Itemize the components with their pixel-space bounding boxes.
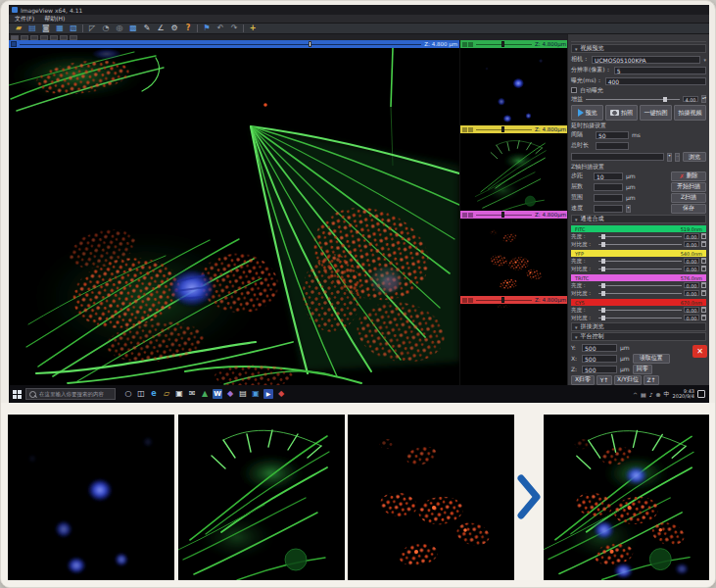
trash-icon[interactable] <box>701 315 706 320</box>
edge-icon[interactable]: e <box>149 389 159 399</box>
slider-handle[interactable] <box>501 126 504 132</box>
document-tab[interactable] <box>40 35 48 40</box>
save-icon[interactable]: ▤ <box>27 24 37 33</box>
slider-left-button[interactable] <box>462 127 467 132</box>
read-position-button[interactable]: 读取位置 <box>633 354 670 364</box>
gain-handle[interactable] <box>663 97 667 102</box>
channel-z-slider[interactable]: Z: 4.800μm <box>460 296 568 304</box>
channel-color-bar-yfp[interactable]: YFP 540.0nm <box>571 250 706 257</box>
exposure-field[interactable]: 400 <box>605 77 706 85</box>
tritc-thumbnail[interactable] <box>460 219 568 296</box>
y-up-button[interactable]: Y↑ <box>597 375 612 385</box>
document-tab[interactable] <box>11 35 19 40</box>
contrast-slider[interactable] <box>598 269 682 270</box>
slider-track[interactable] <box>476 215 532 216</box>
volume-icon[interactable]: ♪ <box>649 391 653 398</box>
gain-spinner[interactable]: ▴▾ <box>701 95 706 103</box>
preview-button[interactable]: 预览 <box>571 105 603 121</box>
auto-exposure-checkbox[interactable] <box>571 87 577 93</box>
dapi-thumbnail[interactable] <box>460 48 568 125</box>
slider-handle[interactable] <box>601 267 605 271</box>
brightness-slider[interactable] <box>598 236 682 237</box>
contrast-slider[interactable] <box>598 244 682 245</box>
brightness-value[interactable]: 0.00 <box>684 282 699 288</box>
batch-capture-button[interactable]: 一键拍图 <box>640 105 672 121</box>
drive-icon[interactable]: ▲ <box>200 389 210 399</box>
image-icon[interactable]: ▦ <box>55 24 65 33</box>
slider-handle[interactable] <box>309 41 311 47</box>
channel-color-bar-fitc[interactable]: FITC 519.0nm <box>571 225 706 232</box>
help-icon[interactable]: ? <box>183 24 193 33</box>
resolution-field[interactable]: 5 <box>614 67 706 74</box>
slider-handle[interactable] <box>601 242 605 247</box>
channel-color-bar-tritc[interactable]: TRITC 576.0nm <box>571 274 706 281</box>
x-zero-button[interactable]: X归零 <box>571 375 595 385</box>
save-path-field[interactable] <box>571 153 664 161</box>
brightness-slider[interactable] <box>598 261 682 262</box>
ime-indicator[interactable]: 中 <box>664 390 670 399</box>
z-position-field[interactable]: 500 <box>582 366 617 373</box>
redo-icon[interactable]: ↷ <box>229 24 239 33</box>
slider-handle[interactable] <box>501 212 504 218</box>
fitc-thumbnail[interactable] <box>460 133 568 211</box>
flag-icon[interactable]: ⚑ <box>202 24 212 33</box>
slider-left-button[interactable] <box>462 213 467 218</box>
photos-icon[interactable]: ▣ <box>251 389 261 399</box>
cy5-thumbnail[interactable] <box>460 304 568 381</box>
slider-handle[interactable] <box>601 316 605 320</box>
xy-home-button[interactable]: X/Y归位 <box>614 375 642 385</box>
start-button[interactable] <box>13 390 22 399</box>
taskview-icon[interactable]: ◫ <box>136 389 146 399</box>
camera-icon[interactable]: ◙ <box>41 24 51 33</box>
slider-handle[interactable] <box>601 308 605 313</box>
undo-icon[interactable]: ↶ <box>215 24 225 33</box>
channels-header[interactable]: ▾ 通道合成 <box>571 215 706 223</box>
z-up-button[interactable]: Z↑ <box>644 375 659 385</box>
close-button[interactable]: ✕ <box>692 345 707 358</box>
merged-view-image[interactable] <box>9 48 459 385</box>
contrast-value[interactable]: 0.00 <box>684 266 699 271</box>
channel-z-slider[interactable]: Z: 4.800μm <box>460 40 568 48</box>
slider-right-button[interactable] <box>468 127 473 132</box>
stocks-app-icon[interactable]: ◆ <box>276 389 286 399</box>
trash-icon[interactable] <box>701 307 706 313</box>
slider-track[interactable] <box>476 129 532 130</box>
range-field[interactable] <box>594 194 623 202</box>
interval-field[interactable]: 50 <box>596 131 629 139</box>
save-button[interactable]: 保存 <box>671 204 706 214</box>
trash-icon[interactable] <box>701 282 706 288</box>
gain-slider[interactable] <box>586 99 680 100</box>
contrast-value[interactable]: 0.00 <box>684 315 699 320</box>
record-button[interactable]: 拍摄视频 <box>674 105 706 121</box>
network-icon[interactable]: ⊗ <box>656 391 661 398</box>
step-field[interactable]: 10 <box>594 172 623 180</box>
duration-field[interactable] <box>596 142 629 150</box>
start-scan-button[interactable]: 开始扫描 <box>671 182 706 192</box>
document-tab[interactable] <box>21 35 28 40</box>
gallery-icon[interactable]: ▧ <box>69 24 78 33</box>
pointer-icon[interactable]: ◸ <box>87 24 97 33</box>
trash-icon[interactable] <box>701 258 706 264</box>
y-position-field[interactable]: 500 <box>582 344 617 352</box>
camera-select[interactable]: UCMOS05100KPA <box>592 56 700 64</box>
main-z-slider[interactable]: Z: 4.800 μm <box>9 40 459 48</box>
annotate-icon[interactable]: ✎ <box>142 24 152 33</box>
word-icon[interactable]: W <box>213 389 222 399</box>
video-app-icon[interactable]: ▶ <box>263 389 273 399</box>
path-dropdown-button[interactable]: ▾ <box>667 153 672 162</box>
slider-handle[interactable] <box>501 41 504 47</box>
settings-gear-icon[interactable]: ⚙ <box>169 24 179 33</box>
contrast-value[interactable]: 0.00 <box>684 241 699 247</box>
video-preview-header[interactable]: ▾ 视频预览 <box>571 44 706 53</box>
slider-handle[interactable] <box>601 283 605 288</box>
channel-z-slider[interactable]: Z: 4.800μm <box>460 125 568 133</box>
x-position-field[interactable]: 500 <box>582 355 617 363</box>
cortana-icon[interactable]: ○ <box>123 389 133 399</box>
z-home-button[interactable]: 回零 <box>633 365 652 374</box>
document-tab[interactable] <box>30 35 38 40</box>
mail-icon[interactable]: ✉ <box>187 389 197 399</box>
channel-color-bar-cy5[interactable]: CY5 670.0nm <box>571 299 706 306</box>
taskbar-clock[interactable]: 9:43 2020/9/4 <box>673 389 694 400</box>
store-icon[interactable]: ▣ <box>174 389 184 399</box>
slider-track[interactable] <box>476 44 532 45</box>
